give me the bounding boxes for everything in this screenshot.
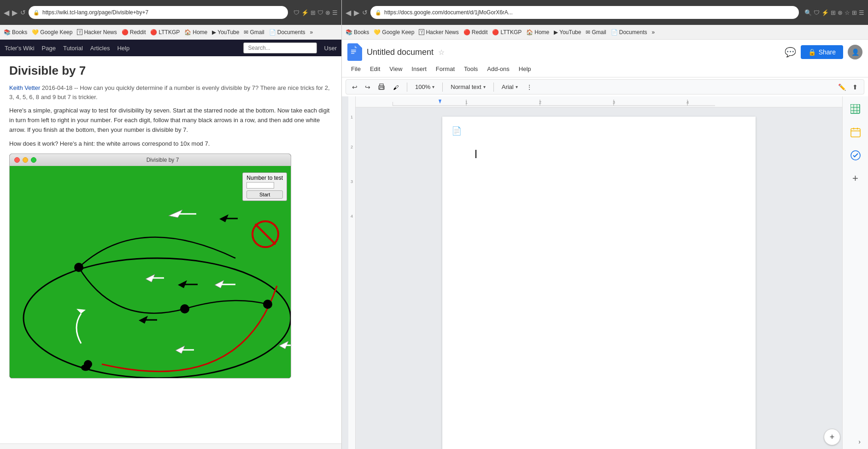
forward-button-right[interactable]: ▶ [354,8,359,17]
bookmark-more-right[interactable]: » [651,29,655,35]
bookmark-hn-right[interactable]: 🅈 Hacker News [419,29,458,35]
ruler-tick-3: 3 [351,179,353,214]
sidebar-sheets-icon[interactable] [847,101,864,118]
wiki-nav-user[interactable]: User [324,45,337,52]
bookmark-keep-left[interactable]: 💛 Google Keep [32,29,72,35]
print-button[interactable] [375,82,387,92]
more-options-button[interactable]: ⋮ [524,82,535,92]
reload-button-left[interactable]: ↺ [20,9,26,16]
text-style-dropdown[interactable]: Normal text ▾ [447,82,488,92]
wiki-para-2: How does it work? Here's a hint: the whi… [9,139,332,149]
expand-sidebar-button[interactable]: › [858,438,861,445]
ruler-vertical: 1 2 3 4 [348,96,356,449]
url-text-right: https://docs.google.com/document/d/1jMoG… [384,9,513,16]
svg-marker-39 [439,100,441,104]
traffic-light-yellow[interactable] [23,157,28,163]
forward-button-left[interactable]: ▶ [12,8,18,17]
bookmark-home-left[interactable]: 🏠 Home [184,29,207,35]
menu-addons[interactable]: Add-ons [483,64,513,74]
wiki-nav-help[interactable]: Help [117,45,129,52]
docs-document-title[interactable]: Untitled document [367,47,434,57]
svg-text:2: 2 [539,100,541,105]
reload-button-right[interactable]: ↺ [362,9,368,16]
toolbar-divider-2 [442,83,443,92]
bookmark-books-left[interactable]: 📚 Books [4,29,27,35]
wiki-article-meta: Keith Vetter 2016-04-18 -- How can you q… [9,83,332,101]
docs-page[interactable]: 📄 [442,117,756,449]
bookmark-lttkgp-right[interactable]: 🔴 LTTKGP [492,29,522,35]
menu-help[interactable]: Help [515,64,535,74]
text-style-dropdown-arrow: ▾ [483,84,486,89]
menu-tools[interactable]: Tools [460,64,481,74]
lock-icon-right: 🔒 [375,10,381,16]
bookmark-books-right[interactable]: 📚 Books [346,29,369,35]
svg-point-3 [263,300,272,309]
wiki-nav-articles[interactable]: Articles [90,45,110,52]
svg-rect-31 [351,51,356,52]
menu-insert[interactable]: Insert [408,64,430,74]
wiki-search-container [243,42,317,53]
browser-chrome-right: ◀ ▶ ↺ 🔒 https://docs.google.com/document… [342,0,868,25]
docs-page-area: 📄 [356,107,842,449]
back-button-left[interactable]: ◀ [4,8,9,17]
bookmark-reddit-right[interactable]: 🔴 Reddit [463,29,488,35]
bookmark-hn-left[interactable]: 🅈 Hacker News [77,29,117,35]
address-bar-left[interactable]: 🔒 https://wiki.tcl-lang.org/page/Divisib… [29,6,288,19]
wiki-author-link[interactable]: Keith Vetter [9,84,40,91]
bookmark-more-left[interactable]: » [310,29,313,35]
bookmark-gmail-right[interactable]: ✉ Gmail [586,29,606,35]
bookmark-gmail-left[interactable]: ✉ Gmail [244,29,264,35]
ruler-horizontal: 1 2 3 4 [356,96,842,107]
zoom-dropdown[interactable]: 100% ▾ [412,82,438,92]
docs-comment-icon[interactable]: 💬 [785,47,796,58]
svg-point-1 [74,263,83,272]
wiki-content: Divisible by 7 Keith Vetter 2016-04-18 -… [0,56,341,443]
svg-rect-49 [850,104,860,113]
sidebar-add-icon[interactable]: + [847,170,864,187]
horizontal-scrollbar-left[interactable] [0,443,341,449]
redo-button[interactable]: ↪ [363,82,373,92]
page-corner-icon: 📄 [452,126,462,136]
svg-point-36 [383,87,384,88]
traffic-light-red[interactable] [14,157,20,163]
app-window: Divisible by 7 Number to test Start [9,154,291,378]
share-lock-icon: 🔒 [808,48,816,56]
undo-button[interactable]: ↩ [350,82,360,92]
bookmark-home-right[interactable]: 🏠 Home [526,29,549,35]
menu-format[interactable]: Format [432,64,458,74]
font-dropdown[interactable]: Arial ▾ [499,82,521,92]
bookmark-yt-left[interactable]: ▶ YouTube [212,29,239,35]
add-floating-button[interactable]: + [824,429,840,445]
user-avatar[interactable]: 👤 [848,45,862,59]
svg-point-0 [23,258,291,378]
svg-rect-54 [851,129,860,137]
bookmark-docs-left[interactable]: 📄 Documents [269,29,305,35]
wiki-brand[interactable]: Tcler's Wiki [5,45,35,52]
paint-format-button[interactable]: 🖌 [390,82,402,92]
svg-marker-17 [76,309,86,313]
toolbar-divider-1 [407,83,407,92]
wiki-article-title: Divisible by 7 [9,64,332,78]
wiki-nav-tutorial[interactable]: Tutorial [63,45,83,52]
toolbar-edit-icon[interactable]: ✏️ [836,82,848,92]
svg-text:🖌: 🖌 [393,84,399,91]
bookmark-lttkgp-left[interactable]: 🔴 LTTKGP [150,29,180,35]
sidebar-calendar-icon[interactable] [847,124,864,141]
docs-right-sidebar: + [842,96,868,449]
back-button-right[interactable]: ◀ [346,8,351,17]
sidebar-tasks-icon[interactable] [847,147,864,164]
share-button[interactable]: 🔒 Share [801,45,843,59]
bookmark-reddit-left[interactable]: 🔴 Reddit [122,29,146,35]
wiki-nav-page[interactable]: Page [42,45,56,52]
wiki-search-input[interactable] [243,42,317,53]
menu-file[interactable]: File [347,64,364,74]
bookmark-keep-right[interactable]: 💛 Google Keep [374,29,414,35]
menu-view[interactable]: View [386,64,406,74]
menu-edit[interactable]: Edit [366,64,384,74]
address-bar-right[interactable]: 🔒 https://docs.google.com/document/d/1jM… [370,6,799,19]
bookmark-docs-right[interactable]: 📄 Documents [611,29,647,35]
docs-star-icon[interactable]: ☆ [438,48,445,57]
toolbar-expand-icon[interactable]: ⬆ [850,82,860,92]
traffic-light-green[interactable] [31,157,36,163]
bookmark-yt-right[interactable]: ▶ YouTube [554,29,581,35]
